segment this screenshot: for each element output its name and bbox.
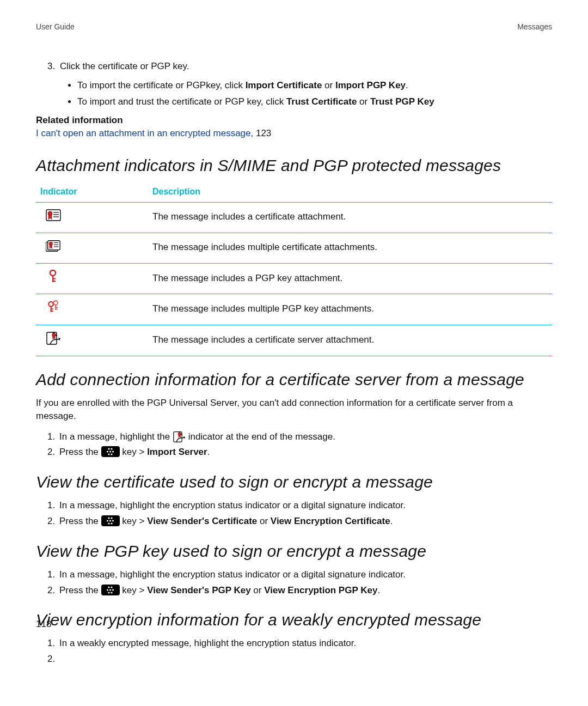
pgp-key-icon	[46, 269, 61, 284]
step-3: Click the certificate or PGP key.	[58, 60, 552, 73]
related-link[interactable]: I can't open an attachment in an encrypt…	[36, 128, 253, 138]
view-cert-step-1: In a message, highlight the encryption s…	[58, 499, 552, 512]
cert-server-icon	[173, 431, 186, 443]
blackberry-menu-key-icon	[101, 585, 120, 595]
row-desc: The message includes a certificate attac…	[148, 202, 552, 233]
blackberry-menu-key-icon	[101, 446, 120, 457]
add-conn-step-2: Press the key > Import Server.	[58, 446, 552, 459]
col-indicator: Indicator	[36, 182, 148, 203]
blackberry-menu-key-icon	[101, 515, 120, 526]
page-number: 118	[36, 618, 51, 631]
pgp-key-multi-icon	[46, 300, 61, 315]
row-desc: The message includes a certificate serve…	[148, 325, 552, 356]
view-pgp-step-2: Press the key > View Sender's PGP Key or…	[58, 584, 552, 597]
header-left: User Guide	[36, 22, 75, 33]
step-3-bullet-2: To import and trust the certificate or P…	[77, 95, 552, 108]
table-row: The message includes a certificate serve…	[36, 325, 552, 356]
row-desc: The message includes a PGP key attachmen…	[148, 263, 552, 294]
add-connection-para: If you are enrolled with the PGP Univers…	[36, 397, 552, 423]
cert-single-icon	[46, 208, 61, 223]
table-row: The message includes a certificate attac…	[36, 202, 552, 233]
table-row: The message includes a PGP key attachmen…	[36, 263, 552, 294]
view-pgp-step-1: In a message, highlight the encryption s…	[58, 568, 552, 581]
related-link-page: 123	[253, 128, 271, 138]
heading-view-weak-encryption: View encryption information for a weakly…	[36, 608, 552, 631]
row-desc: The message includes multiple certificat…	[148, 233, 552, 263]
col-description: Description	[148, 182, 552, 203]
step-3-bullet-1: To import the certificate or PGPkey, cli…	[77, 79, 552, 92]
heading-attachment-indicators: Attachment indicators in S/MIME and PGP …	[36, 154, 552, 177]
view-cert-step-2: Press the key > View Sender's Certificat…	[58, 515, 552, 528]
step-3-text: Click the certificate or PGP key.	[60, 61, 189, 71]
view-weak-step-2	[58, 653, 552, 666]
heading-view-pgp-key: View the PGP key used to sign or encrypt…	[36, 540, 552, 563]
table-row: The message includes multiple PGP key at…	[36, 294, 552, 325]
view-weak-step-1: In a weakly encrypted message, highlight…	[58, 637, 552, 650]
header-right: Messages	[517, 22, 552, 33]
heading-add-connection: Add connection information for a certifi…	[36, 368, 552, 391]
cert-multi-icon	[46, 239, 61, 254]
indicator-table: Indicator Description The message includ…	[36, 182, 552, 356]
cert-server-icon	[46, 331, 61, 346]
row-desc: The message includes multiple PGP key at…	[148, 294, 552, 325]
related-information-heading: Related information	[36, 114, 552, 127]
heading-view-certificate: View the certificate used to sign or enc…	[36, 471, 552, 494]
table-row: The message includes multiple certificat…	[36, 233, 552, 263]
add-conn-step-1: In a message, highlight the indicator at…	[58, 430, 552, 443]
